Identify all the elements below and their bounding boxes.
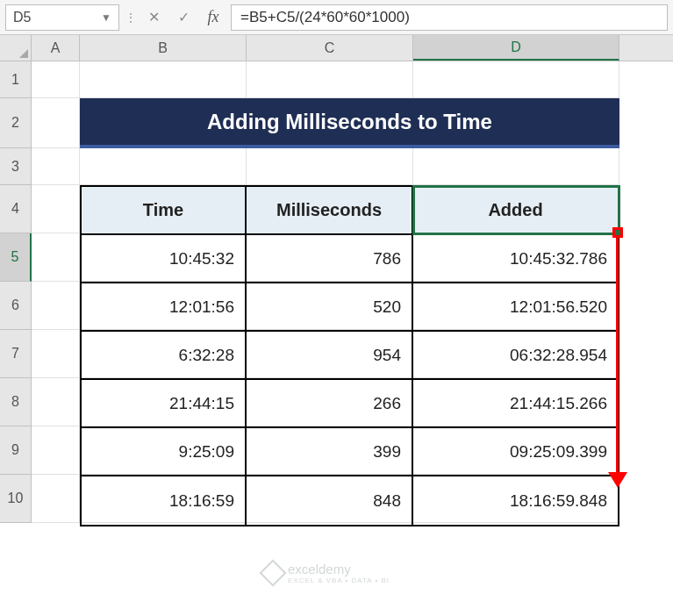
cell-ms[interactable]: 786 <box>247 235 413 283</box>
cell[interactable] <box>32 148 80 185</box>
cell[interactable] <box>413 61 619 98</box>
header-added[interactable]: Added <box>413 187 618 235</box>
table-row: 18:16:59 848 18:16:59.848 <box>82 476 618 525</box>
col-header-B[interactable]: B <box>80 35 247 61</box>
watermark: exceldemy EXCEL & VBA • DATA • BI <box>263 562 390 584</box>
cell-ms[interactable]: 848 <box>247 476 413 525</box>
cell-ms[interactable]: 266 <box>247 380 413 428</box>
watermark-brand: exceldemy <box>288 562 351 577</box>
cancel-icon[interactable]: ✕ <box>141 5 166 30</box>
cell[interactable] <box>413 148 619 185</box>
row-header-3[interactable]: 3 <box>0 148 32 185</box>
cell[interactable] <box>32 61 80 98</box>
formula-input[interactable]: =B5+C5/(24*60*60*1000) <box>231 4 668 31</box>
cell-time[interactable]: 12:01:56 <box>82 283 247 332</box>
chevron-down-icon[interactable]: ▼ <box>101 11 111 24</box>
row-headers: 1 2 3 4 5 6 7 8 9 10 <box>0 61 32 523</box>
table-row: 6:32:28 954 06:32:28.954 <box>82 332 618 380</box>
cell-added[interactable]: 21:44:15.266 <box>413 380 618 428</box>
cell[interactable] <box>80 61 247 98</box>
header-ms[interactable]: Milliseconds <box>247 187 413 235</box>
select-all-corner[interactable] <box>0 35 32 61</box>
cell-added[interactable]: 18:16:59.848 <box>413 476 618 525</box>
cell-added[interactable]: 10:45:32.786 <box>413 235 618 283</box>
logo-icon <box>259 559 286 586</box>
cell[interactable] <box>32 378 80 426</box>
watermark-tag: EXCEL & VBA • DATA • BI <box>288 577 390 584</box>
cell-time[interactable]: 10:45:32 <box>82 235 247 283</box>
divider-icon: ⋮ <box>125 11 136 25</box>
cell-time[interactable]: 21:44:15 <box>82 380 247 428</box>
table-row: 9:25:09 399 09:25:09.399 <box>82 428 618 476</box>
col-header-D[interactable]: D <box>413 35 619 61</box>
cell-ms[interactable]: 520 <box>247 283 413 332</box>
cell-added[interactable]: 12:01:56.520 <box>413 283 618 332</box>
cell[interactable] <box>247 148 413 185</box>
col-header-A[interactable]: A <box>32 35 80 61</box>
cell-time[interactable]: 18:16:59 <box>82 476 247 525</box>
fx-icon[interactable]: fx <box>201 5 226 30</box>
row-header-4[interactable]: 4 <box>0 185 32 233</box>
cell-time[interactable]: 6:32:28 <box>82 332 247 380</box>
cell-time[interactable]: 9:25:09 <box>82 428 247 476</box>
row-header-8[interactable]: 8 <box>0 378 32 426</box>
drag-arrow-icon <box>616 237 619 474</box>
cell[interactable] <box>32 475 80 523</box>
cell-ms[interactable]: 954 <box>247 332 413 380</box>
cell[interactable] <box>32 233 80 282</box>
cell[interactable] <box>247 61 413 98</box>
row-header-9[interactable]: 9 <box>0 426 32 475</box>
cell[interactable] <box>32 426 80 475</box>
name-box-value: D5 <box>13 10 31 25</box>
row-header-7[interactable]: 7 <box>0 330 32 378</box>
header-time[interactable]: Time <box>82 187 247 235</box>
cell-ms[interactable]: 399 <box>247 428 413 476</box>
name-box[interactable]: D5 ▼ <box>5 4 119 31</box>
cell[interactable] <box>32 185 80 233</box>
cell[interactable] <box>32 98 80 148</box>
row-header-6[interactable]: 6 <box>0 282 32 330</box>
row-header-10[interactable]: 10 <box>0 475 32 523</box>
enter-icon[interactable]: ✓ <box>171 5 196 30</box>
col-header-C[interactable]: C <box>247 35 413 61</box>
page-title: Adding Milliseconds to Time <box>80 98 619 148</box>
column-header-row: A B C D <box>0 35 673 61</box>
row-header-5[interactable]: 5 <box>0 233 32 282</box>
grid: 1 2 3 4 5 6 7 8 9 10 Adding Milliseconds… <box>0 61 673 523</box>
table-row: 10:45:32 786 10:45:32.786 <box>82 235 618 283</box>
formula-bar: D5 ▼ ⋮ ✕ ✓ fx =B5+C5/(24*60*60*1000) <box>0 0 673 35</box>
cell[interactable] <box>32 330 80 378</box>
cell[interactable] <box>32 282 80 330</box>
cell-added[interactable]: 09:25:09.399 <box>413 428 618 476</box>
row-header-2[interactable]: 2 <box>0 98 32 148</box>
data-table: Time Milliseconds Added 10:45:32 786 10:… <box>80 185 619 526</box>
cell[interactable] <box>80 148 247 185</box>
cells-area: Adding Milliseconds to Time Time Millise… <box>32 61 619 523</box>
row-header-1[interactable]: 1 <box>0 61 32 98</box>
table-row: 12:01:56 520 12:01:56.520 <box>82 283 618 332</box>
formula-text: =B5+C5/(24*60*60*1000) <box>240 9 410 26</box>
table-row: 21:44:15 266 21:44:15.266 <box>82 380 618 428</box>
cell-added[interactable]: 06:32:28.954 <box>413 332 618 380</box>
